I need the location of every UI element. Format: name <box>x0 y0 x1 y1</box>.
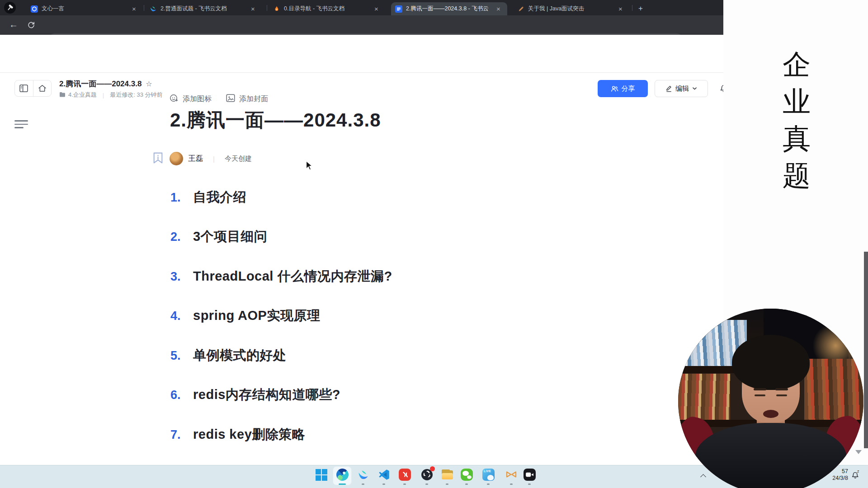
hammer-logo-icon[interactable] <box>4 2 16 14</box>
bookmark-info-icon[interactable] <box>153 152 163 166</box>
list-item[interactable]: 1. 自我介绍 <box>170 187 246 208</box>
list-item[interactable]: 6. redis内存结构知道哪些? <box>170 384 340 406</box>
flame-favicon-icon <box>273 5 280 13</box>
caption-char: 真 <box>782 124 811 153</box>
add-cover-image-icon <box>226 94 235 104</box>
tab-guanyu-wo[interactable]: 关于我 | Java面试突击 × <box>513 2 629 15</box>
tab-separator <box>267 5 267 11</box>
list-item[interactable]: 7. redis key删除策略 <box>170 424 305 446</box>
edit-label: 编辑 <box>675 84 689 93</box>
tab-putong-mianshiti[interactable]: 2.普通面试题 - 飞书云文档 × <box>146 2 261 15</box>
clock-date: 24/3/8 <box>832 475 848 482</box>
tab-title: 0.目录导航 - 飞书云文档 <box>284 5 370 13</box>
tab-mulu-daohang[interactable]: 0.目录导航 - 飞书云文档 × <box>269 2 385 15</box>
last-modified-text: 最近修改: 33 分钟前 <box>110 91 162 99</box>
back-button[interactable]: ← <box>9 19 18 30</box>
browser-window: 文心一言 × 2.普通面试题 - 飞书云文档 × 0.目录导航 - 飞书云文档 … <box>0 0 723 465</box>
running-indicator <box>528 483 531 485</box>
tab-wenxin[interactable]: 文心一言 × <box>27 2 142 15</box>
list-number: 4. <box>170 309 193 323</box>
bookshelf-books <box>804 359 863 426</box>
feishu-icon[interactable] <box>357 469 369 481</box>
list-item[interactable]: 3. ThreadLocal 什么情况内存泄漏? <box>170 266 392 287</box>
windows-start-button[interactable] <box>315 469 327 481</box>
obs-notification-dot <box>430 466 435 471</box>
add-icon-smiley-icon <box>170 94 179 104</box>
list-number: 3. <box>170 270 193 284</box>
caption-char: 题 <box>782 161 811 190</box>
running-indicator <box>425 483 428 485</box>
list-number: 1. <box>170 191 193 205</box>
caption-char: 企 <box>782 50 811 79</box>
edge-icon[interactable] <box>336 469 349 481</box>
new-tab-button[interactable]: + <box>636 4 646 14</box>
outline-toggle-icon[interactable] <box>14 120 28 131</box>
add-icon-button[interactable]: 添加图标 <box>183 94 212 104</box>
running-indicator <box>487 483 490 485</box>
vscode-icon[interactable] <box>378 469 390 481</box>
tab-separator <box>632 5 632 11</box>
taskbar-clock[interactable]: 57 24/3/8 <box>832 468 848 482</box>
tab-close-icon[interactable]: × <box>250 5 256 12</box>
list-number: 7. <box>170 428 193 442</box>
red-app-icon[interactable] <box>399 469 411 481</box>
obs-icon[interactable] <box>421 469 433 481</box>
notification-bell-icon[interactable] <box>719 83 723 95</box>
presenter-hair <box>732 335 810 390</box>
author-avatar[interactable] <box>170 152 183 165</box>
created-time-text: 今天创建 <box>225 155 252 163</box>
camera-app-icon[interactable] <box>524 469 536 481</box>
list-number: 2. <box>170 230 193 244</box>
running-indicator <box>362 483 364 485</box>
tab-title: 2.腾讯一面——2024.3.8 - 飞书云 <box>406 5 492 13</box>
list-text: 3个项目细问 <box>193 228 267 246</box>
tab-close-icon[interactable]: × <box>495 5 501 12</box>
home-button[interactable] <box>33 80 52 96</box>
doc-favicon-icon <box>395 5 402 13</box>
wechat-icon[interactable] <box>461 469 473 481</box>
clock-time: 57 <box>832 468 848 475</box>
list-text: redis内存结构知道哪些? <box>193 386 340 404</box>
add-cover-button[interactable]: 添加封面 <box>239 94 268 104</box>
tab-tengxun-yimian-active[interactable]: 2.腾讯一面——2024.3.8 - 飞书云 × <box>391 2 507 15</box>
presenter-mouth <box>763 410 778 418</box>
doc-header: 2.腾讯一面——2024.3.8 ☆ 4.企业真题 | 最近修改: 33 分钟前… <box>0 35 723 73</box>
author-name[interactable]: 王磊 <box>188 154 203 164</box>
sidebar-toggle-button[interactable] <box>15 80 33 96</box>
list-text: redis key删除策略 <box>193 426 305 444</box>
running-indicator <box>465 483 468 485</box>
file-explorer-icon[interactable] <box>441 469 453 481</box>
chevron-down-icon <box>692 87 697 90</box>
scroll-down-arrow-icon[interactable] <box>855 450 862 454</box>
bilibili-live-icon[interactable]: LIVE <box>482 469 495 481</box>
list-text: ThreadLocal 什么情况内存泄漏? <box>193 267 392 286</box>
share-label: 分享 <box>622 84 635 93</box>
list-item[interactable]: 5. 单例模式的好处 <box>170 345 287 366</box>
share-button[interactable]: 分享 <box>598 80 648 97</box>
pencil-favicon-icon <box>517 5 524 13</box>
bowtie-icon[interactable] <box>505 470 518 483</box>
list-item[interactable]: 2. 3个项目细问 <box>170 226 267 248</box>
tab-close-icon[interactable]: × <box>618 5 623 12</box>
feishu-favicon-icon <box>150 5 157 13</box>
list-text: 单例模式的好处 <box>193 347 287 365</box>
breadcrumb-folder[interactable]: 4.企业真题 <box>68 91 97 99</box>
running-indicator <box>382 483 385 485</box>
bookshelf-books <box>678 374 730 424</box>
webcam-overlay <box>678 309 863 488</box>
refresh-button[interactable] <box>27 21 35 31</box>
pin-star-icon[interactable]: ☆ <box>146 80 152 88</box>
running-indicator <box>446 483 448 485</box>
tab-close-icon[interactable]: × <box>373 5 379 12</box>
list-number: 6. <box>170 388 193 402</box>
doc-title[interactable]: 2.腾讯一面——2024.3.8 <box>170 108 381 133</box>
tab-title: 2.普通面试题 - 飞书云文档 <box>160 5 246 13</box>
scrollbar-strip[interactable] <box>864 252 868 448</box>
caption-char: 业 <box>782 87 811 116</box>
edit-button[interactable]: 编辑 <box>655 80 708 97</box>
mouse-cursor <box>306 161 313 174</box>
list-item[interactable]: 4. spring AOP实现原理 <box>170 305 320 327</box>
tab-title: 文心一言 <box>42 5 127 13</box>
list-text: spring AOP实现原理 <box>193 307 320 325</box>
tab-close-icon[interactable]: × <box>131 5 137 12</box>
